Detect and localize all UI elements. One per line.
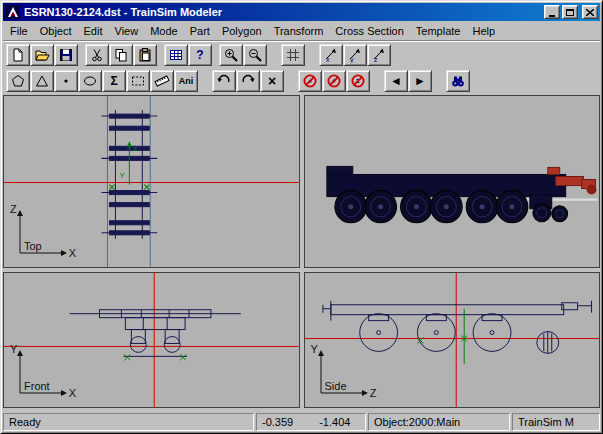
toolbar-separator — [377, 70, 384, 92]
menu-item-object[interactable]: Object — [34, 23, 78, 39]
sigma-icon: Σ — [110, 75, 117, 87]
save-floppy-icon — [58, 47, 74, 63]
find-button[interactable] — [446, 70, 470, 92]
mirror-x-button[interactable]: x — [319, 44, 343, 66]
table-button[interactable] — [164, 44, 188, 66]
triangle-tool-button[interactable] — [30, 70, 54, 92]
paste-button[interactable] — [133, 44, 157, 66]
save-button[interactable] — [54, 44, 78, 66]
triangle-icon — [34, 73, 50, 89]
point-icon — [58, 73, 74, 89]
menu-item-part[interactable]: Part — [184, 23, 216, 39]
menu-item-polygon[interactable]: Polygon — [216, 23, 268, 39]
svg-text:z: z — [374, 56, 378, 63]
new-button[interactable] — [6, 44, 30, 66]
scissors-icon — [89, 47, 105, 63]
menu-item-edit[interactable]: Edit — [78, 23, 109, 39]
ellipse-tool-button[interactable] — [78, 70, 102, 92]
menu-item-view[interactable]: View — [109, 23, 145, 39]
svg-text:z: z — [133, 144, 137, 153]
prohibit-x-icon — [302, 73, 318, 89]
viewport-name-side: Side — [325, 380, 347, 392]
lock-x-button[interactable] — [298, 70, 322, 92]
select-tool-button[interactable] — [126, 70, 150, 92]
axis-label-y: Y — [311, 343, 318, 355]
toolbar-separator — [439, 70, 446, 92]
open-button[interactable] — [30, 44, 54, 66]
ruler-tool-button[interactable] — [150, 70, 174, 92]
prohibit-y-icon — [326, 73, 342, 89]
lock-z-button[interactable] — [346, 70, 370, 92]
rotate-ccw-button[interactable] — [212, 70, 236, 92]
axis-label-x: X — [69, 247, 76, 259]
viewport-name-top: Top — [24, 240, 42, 252]
toolbar-separator — [157, 44, 164, 66]
point-tool-button[interactable] — [54, 70, 78, 92]
help-button[interactable]: ? — [188, 44, 212, 66]
polygon-tool-button[interactable] — [6, 70, 30, 92]
viewport-front[interactable]: Y Front X — [3, 272, 300, 408]
toolbar-separator — [205, 70, 212, 92]
polygon-icon — [10, 73, 26, 89]
viewport-3d[interactable] — [304, 95, 601, 268]
toolbar-separator — [284, 70, 291, 92]
mirror-y-button[interactable]: y — [343, 44, 367, 66]
mirror-z-button[interactable]: z — [367, 44, 391, 66]
status-coordinates: -0.359 -1.404 — [256, 413, 366, 431]
viewport-top[interactable]: z Y Z Top X — [3, 95, 300, 268]
next-button[interactable]: ► — [408, 70, 432, 92]
grid-icon — [285, 47, 301, 63]
titlebar: ESRN130-2124.dst - TrainSim Modeler — [3, 3, 600, 21]
axis-widget-top: Z Top X — [10, 205, 76, 263]
app-window: ESRN130-2124.dst - TrainSim Modeler File… — [0, 0, 603, 434]
animation-button[interactable]: Ani — [174, 70, 198, 92]
status-app: TrainSim M — [512, 413, 600, 431]
zoom-out-button[interactable] — [243, 44, 267, 66]
menu-item-mode[interactable]: Mode — [144, 23, 184, 39]
close-icon — [586, 9, 594, 16]
toolbar-separator — [198, 70, 205, 92]
menu-item-help[interactable]: Help — [466, 23, 501, 39]
copy-button[interactable] — [109, 44, 133, 66]
cut-button[interactable] — [85, 44, 109, 66]
viewport-grid: z Y Z Top X — [3, 95, 600, 408]
toolbar-separator — [267, 44, 274, 66]
toolbar-separator — [432, 70, 439, 92]
axis-widget-front: Y Front X — [10, 345, 76, 403]
minimize-button[interactable] — [544, 5, 560, 19]
prev-button[interactable]: ◄ — [384, 70, 408, 92]
next-arrow-icon: ► — [414, 75, 426, 87]
viewport-side[interactable]: Y Side Z — [304, 272, 601, 408]
delete-button[interactable]: × — [260, 70, 284, 92]
toolbar-separator — [305, 44, 312, 66]
menu-item-file[interactable]: File — [4, 23, 34, 39]
rotate-cw-button[interactable] — [236, 70, 260, 92]
mirror-x-icon: x — [323, 47, 339, 63]
maximize-button[interactable] — [562, 5, 578, 19]
app-icon[interactable] — [5, 5, 21, 19]
grid-toggle-button[interactable] — [281, 44, 305, 66]
zoom-out-icon — [247, 47, 263, 63]
sigma-tool-button[interactable]: Σ — [102, 70, 126, 92]
ellipse-icon — [82, 73, 98, 89]
binoculars-icon — [450, 73, 466, 89]
axis-widget-side: Y Side Z — [311, 345, 377, 403]
help-icon: ? — [196, 49, 203, 61]
toolbar-standard: ? x y z — [3, 42, 600, 68]
rotate-cw-icon — [240, 73, 256, 89]
minimize-icon — [549, 15, 555, 17]
animation-icon: Ani — [179, 77, 194, 86]
zoom-in-button[interactable] — [219, 44, 243, 66]
axis-label-z: Z — [370, 387, 377, 399]
menu-item-cross-section[interactable]: Cross Section — [329, 23, 409, 39]
toolbar-separator — [212, 44, 219, 66]
menu-item-template[interactable]: Template — [410, 23, 467, 39]
prohibit-z-icon — [350, 73, 366, 89]
ruler-icon — [154, 73, 170, 89]
lock-y-button[interactable] — [322, 70, 346, 92]
paste-clipboard-icon — [137, 47, 153, 63]
toolbar-separator — [291, 70, 298, 92]
menu-item-transform[interactable]: Transform — [268, 23, 330, 39]
copy-icon — [113, 47, 129, 63]
close-button[interactable] — [582, 5, 598, 19]
